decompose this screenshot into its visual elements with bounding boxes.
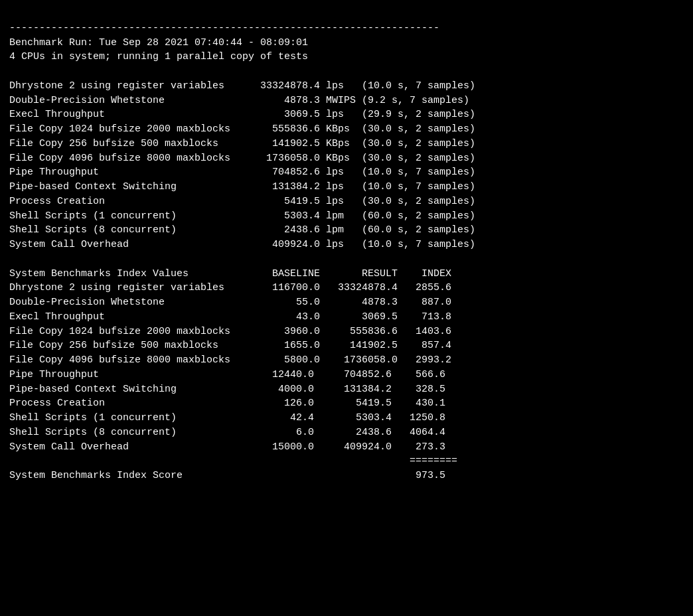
result-row-3: File Copy 1024 bufsize 2000 maxblocks 55… bbox=[9, 123, 475, 135]
divider-top: ----------------------------------------… bbox=[9, 23, 439, 34]
index-header: System Benchmarks Index Values BASELINE … bbox=[9, 268, 451, 279]
index-row-5: File Copy 4096 bufsize 8000 maxblocks 58… bbox=[9, 354, 451, 366]
index-row-0: Dhrystone 2 using register variables 116… bbox=[9, 282, 451, 293]
header-line2: 4 CPUs in system; running 1 parallel cop… bbox=[9, 51, 308, 62]
index-row-9: Shell Scripts (1 concurrent) 42.4 5303.4… bbox=[9, 412, 445, 424]
result-row-10: Shell Scripts (8 concurrent) 2438.6 lpm … bbox=[9, 224, 475, 236]
index-row-2: Execl Throughput 43.0 3069.5 713.8 bbox=[9, 311, 451, 323]
score-row: System Benchmarks Index Score 973.5 bbox=[9, 470, 445, 481]
result-row-2: Execl Throughput 3069.5 lps (29.9 s, 2 s… bbox=[9, 109, 475, 120]
index-row-7: Pipe-based Context Switching 4000.0 1313… bbox=[9, 384, 445, 395]
index-row-10: Shell Scripts (8 concurrent) 6.0 2438.6 … bbox=[9, 427, 445, 438]
index-row-11: System Call Overhead 15000.0 409924.0 27… bbox=[9, 441, 445, 453]
index-row-4: File Copy 256 bufsize 500 maxblocks 1655… bbox=[9, 340, 451, 351]
result-row-11: System Call Overhead 409924.0 lps (10.0 … bbox=[9, 239, 475, 250]
score-separator: ======== bbox=[410, 455, 457, 467]
index-row-3: File Copy 1024 bufsize 2000 maxblocks 39… bbox=[9, 326, 451, 337]
result-row-6: Pipe Throughput 704852.6 lps (10.0 s, 7 … bbox=[9, 167, 475, 178]
index-row-6: Pipe Throughput 12440.0 704852.6 566.6 bbox=[9, 369, 445, 380]
result-row-9: Shell Scripts (1 concurrent) 5303.4 lpm … bbox=[9, 210, 475, 222]
index-row-8: Process Creation 126.0 5419.5 430.1 bbox=[9, 398, 445, 409]
result-row-1: Double-Precision Whetstone 4878.3 MWIPS … bbox=[9, 95, 469, 106]
header-line1: Benchmark Run: Tue Sep 28 2021 07:40:44 … bbox=[9, 37, 308, 48]
terminal-output: ----------------------------------------… bbox=[9, 7, 684, 483]
result-row-4: File Copy 256 bufsize 500 maxblocks 1419… bbox=[9, 138, 475, 149]
result-row-8: Process Creation 5419.5 lps (30.0 s, 2 s… bbox=[9, 196, 475, 207]
index-row-1: Double-Precision Whetstone 55.0 4878.3 8… bbox=[9, 297, 451, 308]
result-row-0: Dhrystone 2 using register variables 333… bbox=[9, 80, 475, 92]
result-row-7: Pipe-based Context Switching 131384.2 lp… bbox=[9, 181, 475, 193]
result-row-5: File Copy 4096 bufsize 8000 maxblocks 17… bbox=[9, 153, 475, 164]
